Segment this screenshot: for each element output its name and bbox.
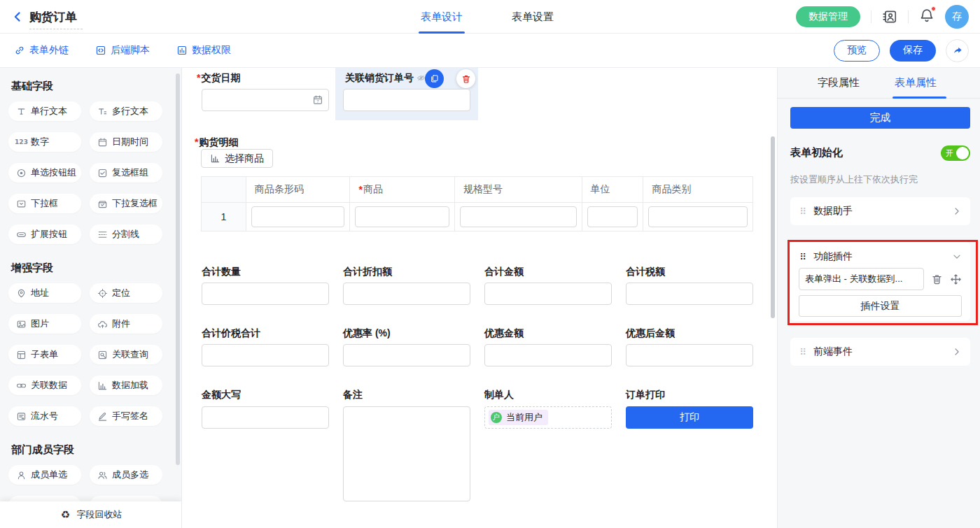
backend-script-link[interactable]: 后端脚本 (95, 44, 150, 57)
copy-field-button[interactable] (425, 69, 444, 88)
spec-input[interactable] (460, 206, 577, 227)
plugin-value[interactable]: 表单弹出 - 关联数据到... (799, 268, 924, 290)
sidebar-item-member-multi[interactable]: 成员多选 (90, 465, 162, 485)
chevron-right-icon[interactable] (952, 347, 962, 357)
item-label: 关联数据 (31, 379, 67, 392)
card-function-plugin[interactable]: ⠿ 功能插件 表单弹出 - 关联数据到... 插件设置 (790, 242, 970, 321)
plugin-card-header[interactable]: ⠿ 功能插件 (799, 248, 962, 265)
data-manage-button[interactable]: 数据管理 (796, 6, 860, 27)
sidebar-item-data-load[interactable]: 数据加载 (90, 376, 162, 395)
calendar-icon[interactable]: 7 (312, 94, 323, 106)
sidebar-item-datetime[interactable]: 日期时间 (90, 132, 162, 152)
sidebar-item-address[interactable]: 地址 (8, 283, 81, 303)
sidebar-item-divider[interactable]: 分割线 (90, 224, 162, 244)
col-category[interactable]: 商品类别 (643, 176, 752, 202)
col-unit[interactable]: 单位 (582, 176, 644, 202)
chevron-down-icon[interactable] (952, 252, 962, 262)
creator-label: 制单人 (484, 389, 514, 401)
page-title[interactable]: 购货订单 (29, 9, 77, 25)
discount-amount-input[interactable] (484, 344, 612, 366)
unit-input[interactable] (587, 206, 638, 227)
card-label: 前端事件 (813, 345, 946, 358)
sidebar-item-linked-query[interactable]: 关联查询 (90, 345, 162, 364)
total-with-tax-input[interactable] (202, 344, 329, 366)
amount-words-input[interactable] (202, 406, 329, 429)
sidebar-item-multiselect[interactable]: 下拉复选框 (90, 194, 162, 213)
card-data-assistant[interactable]: ⠿ 数据助手 (790, 197, 970, 225)
image-icon (16, 319, 27, 329)
print-button[interactable]: 打印 (626, 406, 753, 429)
form-external-link[interactable]: 表单外链 (14, 44, 69, 57)
sidebar-item-number[interactable]: 123数字 (8, 132, 81, 152)
sidebar-item-extend-button[interactable]: 扩展按钮 (8, 224, 81, 244)
creator-field[interactable]: 户 当前用户 (484, 406, 612, 429)
preview-button[interactable]: 预览 (834, 40, 880, 62)
sidebar-item-serial-number[interactable]: 流水号 (8, 406, 81, 426)
col-spec[interactable]: 规格型号 (455, 176, 582, 202)
discount-rate-input[interactable] (343, 344, 470, 366)
total-qty-input[interactable] (202, 283, 329, 305)
select-product-button[interactable]: 选择商品 (201, 149, 273, 168)
notification-bell-icon[interactable] (919, 8, 934, 26)
sidebar-item-select[interactable]: 下拉框 (8, 194, 81, 213)
category-input[interactable] (648, 206, 748, 227)
init-helper-text: 按设置顺序从上往下依次执行完 (790, 173, 918, 186)
sidebar-item-member-single[interactable]: 成员单选 (8, 465, 81, 485)
chevron-right-icon[interactable] (952, 206, 962, 216)
plugin-settings-button[interactable]: 插件设置 (799, 295, 962, 317)
tab-form-design[interactable]: 表单设计 (421, 10, 463, 24)
share-button[interactable] (946, 39, 969, 62)
attachment-icon (97, 319, 108, 329)
signature-icon (97, 411, 108, 422)
subform-icon (16, 350, 27, 360)
data-permission-link[interactable]: 数据权限 (176, 44, 231, 57)
done-button[interactable]: 完成 (790, 107, 970, 129)
sidebar-item-linked-data[interactable]: 关联数据 (8, 376, 81, 395)
card-frontend-event[interactable]: ⠿ 前端事件 (790, 338, 970, 366)
barcode-input[interactable] (251, 206, 345, 227)
col-barcode[interactable]: 商品条形码 (246, 176, 351, 202)
col-product[interactable]: *商品 (350, 176, 455, 202)
after-discount-input[interactable] (626, 344, 753, 366)
drag-handle-icon[interactable]: ⠿ (799, 206, 807, 217)
linked-order-input[interactable] (343, 89, 470, 111)
delivery-date-input[interactable] (202, 89, 329, 111)
delete-field-button[interactable] (456, 69, 475, 88)
save-button[interactable]: 保存 (890, 40, 936, 62)
sidebar-item-subform[interactable]: 子表单 (8, 345, 81, 364)
backend-script-label: 后端脚本 (111, 44, 150, 57)
total-amount-input[interactable] (484, 283, 612, 305)
recycle-label: 字段回收站 (77, 508, 122, 521)
row-number: 1 (202, 202, 246, 231)
sidebar-item-location[interactable]: 定位 (90, 283, 162, 303)
product-input[interactable] (355, 206, 449, 227)
sidebar-item-multi-text[interactable]: 多行文本 (90, 101, 162, 121)
total-discount-input[interactable] (343, 283, 470, 305)
sidebar-item-signature[interactable]: 手写签名 (90, 406, 162, 426)
plugin-move-icon[interactable] (950, 273, 962, 285)
plugin-delete-icon[interactable] (931, 273, 943, 285)
tab-form-properties[interactable]: 表单属性 (895, 76, 937, 90)
sidebar-item-radio-group[interactable]: 单选按钮组 (8, 163, 81, 183)
tab-form-settings[interactable]: 表单设置 (512, 10, 554, 24)
sidebar-item-single-text[interactable]: 单行文本 (8, 101, 81, 121)
sidebar-scrollbar[interactable] (176, 73, 180, 465)
form-init-toggle[interactable]: 开 (941, 145, 970, 161)
checkbox-icon (97, 168, 108, 178)
sidebar-item-image[interactable]: 图片 (8, 314, 81, 334)
tab-field-properties[interactable]: 字段属性 (818, 76, 860, 90)
remark-textarea[interactable] (343, 406, 470, 501)
contacts-icon[interactable] (882, 9, 897, 24)
current-user-tag: 户 当前用户 (489, 410, 548, 425)
avatar[interactable]: 存 (945, 5, 969, 29)
item-label: 单行文本 (31, 105, 67, 117)
total-tax-input[interactable] (626, 283, 753, 305)
drag-handle-icon[interactable]: ⠿ (799, 346, 807, 357)
field-recycle-bin[interactable]: ♻ 字段回收站 (0, 501, 182, 528)
select-product-label: 选择商品 (225, 152, 264, 165)
back-icon[interactable] (11, 10, 24, 23)
drag-handle-icon[interactable]: ⠿ (799, 251, 807, 262)
sidebar-item-attachment[interactable]: 附件 (90, 314, 162, 334)
canvas-scrollbar[interactable] (771, 136, 775, 318)
sidebar-item-checkbox-group[interactable]: 复选框组 (90, 163, 162, 183)
